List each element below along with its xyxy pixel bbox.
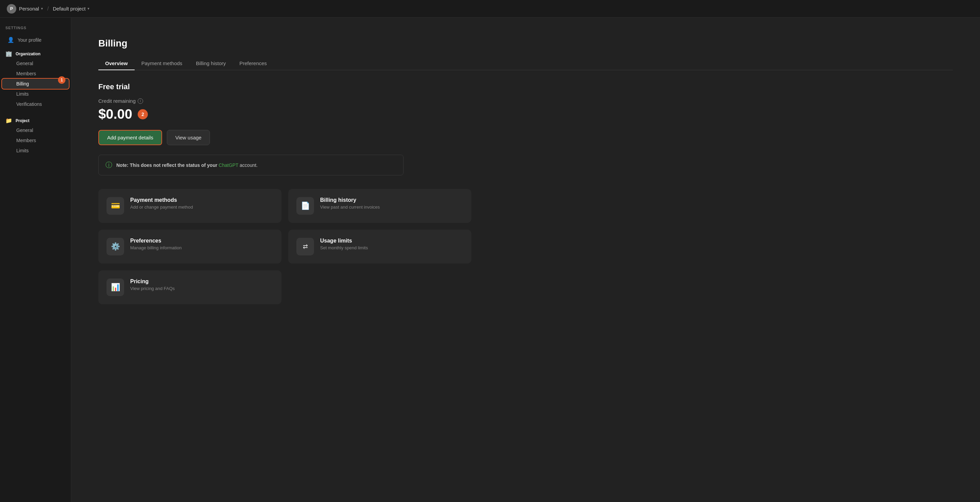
note-text: Note: This does not reflect the status o…: [116, 163, 258, 168]
card-preferences[interactable]: ⚙️ Preferences Manage billing informatio…: [98, 229, 282, 263]
card-desc-usage-limits: Set monthly spend limits: [320, 245, 368, 250]
chatgpt-link[interactable]: ChatGPT: [219, 163, 239, 168]
section-title-free-trial: Free trial: [98, 83, 953, 91]
card-payment-methods[interactable]: 💳 Payment methods Add or change payment …: [98, 189, 282, 223]
note-icon: ⓘ: [105, 161, 112, 170]
avatar: P: [7, 4, 16, 14]
sidebar-item-general[interactable]: General: [2, 58, 69, 69]
tab-preferences[interactable]: Preferences: [232, 57, 274, 70]
credit-label: Credit remaining i: [98, 98, 953, 104]
sidebar: SETTINGS 👤 Your profile 🏢 Organization G…: [0, 18, 71, 502]
card-desc-billing-history: View past and current invoices: [320, 204, 380, 210]
top-bar: P Personal ▾ / Default project ▾: [0, 0, 980, 18]
preferences-icon: ⚙️: [107, 238, 124, 255]
sidebar-item-your-profile[interactable]: 👤 Your profile: [2, 34, 69, 46]
payment-methods-icon: 💳: [107, 197, 124, 215]
credit-amount: $0.00 2: [98, 107, 953, 122]
workspace-name[interactable]: Personal ▾: [19, 6, 43, 11]
page-title: Billing: [98, 38, 953, 49]
action-buttons: Add payment details View usage: [98, 130, 953, 145]
org-icon: 🏢: [5, 51, 12, 57]
free-trial-section: Free trial Credit remaining i $0.00 2 Ad…: [98, 83, 953, 145]
step-badge-2: 2: [138, 109, 148, 120]
project-chevron-icon: ▾: [88, 6, 89, 11]
card-title-usage-limits: Usage limits: [320, 238, 368, 244]
profile-icon: 👤: [8, 37, 14, 43]
sidebar-category-organization: 🏢 Organization: [0, 46, 71, 58]
tab-payment-methods[interactable]: Payment methods: [135, 57, 189, 70]
sidebar-item-proj-general[interactable]: General: [2, 125, 69, 135]
members-badge: 1: [58, 76, 65, 84]
card-pricing[interactable]: 📊 Pricing View pricing and FAQs: [98, 270, 282, 304]
card-desc-preferences: Manage billing information: [130, 245, 182, 250]
project-icon: 📁: [5, 117, 12, 124]
sidebar-section-label: SETTINGS: [0, 26, 71, 34]
cards-grid: 💳 Payment methods Add or change payment …: [98, 189, 471, 304]
project-name[interactable]: Default project ▾: [53, 6, 90, 11]
breadcrumb-separator: /: [47, 6, 48, 12]
tab-overview[interactable]: Overview: [98, 57, 135, 70]
billing-history-icon: 📄: [296, 197, 314, 215]
note-box: ⓘ Note: This does not reflect the status…: [98, 155, 404, 175]
usage-limits-icon: ⇄: [296, 238, 314, 255]
add-payment-button[interactable]: Add payment details: [98, 130, 162, 145]
sidebar-item-verifications[interactable]: Verifications: [2, 99, 69, 109]
credit-info-icon[interactable]: i: [138, 98, 143, 104]
card-title-billing-history: Billing history: [320, 197, 380, 203]
sidebar-item-limits[interactable]: Limits: [2, 89, 69, 99]
card-desc-payment-methods: Add or change payment method: [130, 204, 193, 210]
pricing-icon: 📊: [107, 279, 124, 296]
tabs-bar: Overview Payment methods Billing history…: [98, 57, 953, 70]
sidebar-item-proj-members[interactable]: Members: [2, 135, 69, 145]
card-billing-history[interactable]: 📄 Billing history View past and current …: [288, 189, 471, 223]
view-usage-button[interactable]: View usage: [167, 130, 210, 145]
card-usage-limits[interactable]: ⇄ Usage limits Set monthly spend limits: [288, 229, 471, 263]
workspace-chevron-icon: ▾: [41, 6, 43, 11]
tab-billing-history[interactable]: Billing history: [189, 57, 232, 70]
content-area: Billing Overview Payment methods Billing…: [71, 18, 980, 502]
card-title-preferences: Preferences: [130, 238, 182, 244]
card-desc-pricing: View pricing and FAQs: [130, 286, 175, 291]
sidebar-item-proj-limits[interactable]: Limits: [2, 145, 69, 156]
sidebar-category-project: 📁 Project: [0, 113, 71, 125]
main-layout: SETTINGS 👤 Your profile 🏢 Organization G…: [0, 18, 980, 502]
sidebar-item-members[interactable]: Members 1: [2, 69, 69, 79]
card-title-pricing: Pricing: [130, 279, 175, 285]
card-title-payment-methods: Payment methods: [130, 197, 193, 203]
